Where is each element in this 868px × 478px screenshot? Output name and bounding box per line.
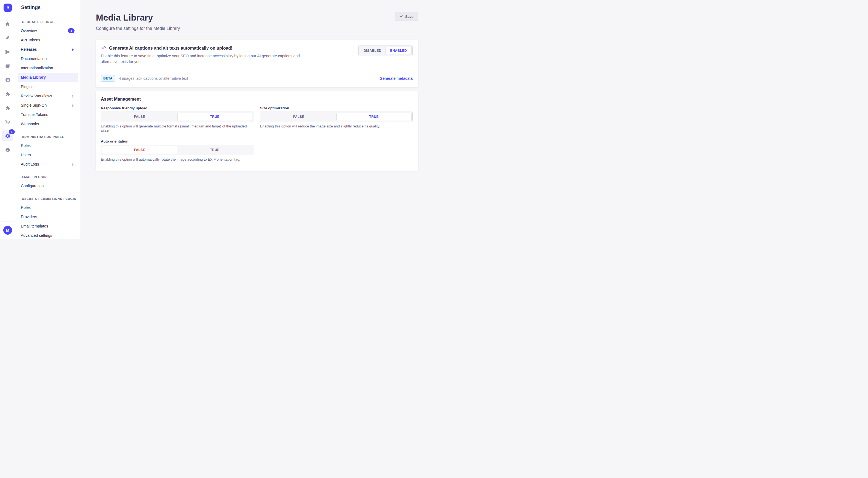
sidebar-item-providers[interactable]: Providers [18,212,78,221]
sidebar-item-up-roles[interactable]: Roles [18,203,78,212]
main-content: Media Library Configure the settings for… [80,0,434,239]
toggle-option-disabled[interactable]: DISABLED [360,47,385,55]
information-icon[interactable] [2,144,13,155]
settings-notification-badge: 1 [9,129,15,134]
sidebar-item-email-configuration[interactable]: Configuration [18,181,78,190]
page-subtitle: Configure the settings for the Media Lib… [96,25,180,32]
section-label-administration-panel: ADMINISTRATION PANEL [16,135,80,139]
field-label: Size optimization [260,106,413,111]
auto-orientation-toggle: FALSE TRUE [101,145,253,155]
sidebar-item-internationalization[interactable]: Internationalization [18,63,78,72]
lightning-icon [71,103,74,107]
releases-icon[interactable] [2,47,13,58]
ai-captions-card: Generate AI captions and alt texts autom… [96,40,418,87]
size-optimization-toggle: FALSE TRUE [260,112,413,122]
ai-banner-description: Enable this feature to save time, optimi… [101,53,304,65]
strapi-logo-icon [5,5,10,10]
page-title: Media Library [96,12,180,23]
toggle-option-true[interactable]: TRUE [177,113,253,121]
media-library-icon[interactable] [2,61,13,71]
home-icon[interactable] [2,19,13,30]
section-label-email-plugin: EMAIL PLUGIN [16,175,80,179]
section-label-users-permissions-plugin: USERS & PERMISSIONS PLUGIN [16,197,80,201]
missing-captions-status: 4 images lack captions or alternative te… [119,76,188,81]
sparkle-icon [101,46,106,51]
sidebar-item-email-templates[interactable]: Email templates [18,221,78,231]
sidebar-item-users[interactable]: Users [18,150,78,159]
rail-footer: M [0,221,15,239]
settings-gear-icon[interactable]: 1 [2,130,13,142]
ai-enabled-toggle: DISABLED ENABLED [359,46,413,56]
sidebar-item-audit-logs[interactable]: Audit Logs [18,159,78,169]
beta-badge: BETA [101,75,115,82]
asset-management-title: Asset Management [101,96,413,102]
lightning-icon [71,48,74,51]
sidebar-title: Settings [21,5,40,10]
field-hint: Enabling this option will reduce the ima… [260,124,413,129]
purchases-cart-icon[interactable] [2,117,13,127]
check-icon [400,15,403,18]
sidebar-item-documentation[interactable]: Documentation [18,54,78,63]
sidebar-item-api-tokens[interactable]: API Tokens [18,35,78,45]
toggle-option-true[interactable]: TRUE [337,113,412,121]
plugins-icon[interactable] [2,89,13,99]
sidebar-item-webhooks[interactable]: Webhooks [18,119,78,128]
generate-metadata-link[interactable]: Generate metadata [379,76,413,81]
sidebar-item-advanced-settings[interactable]: Advanced settings [18,231,78,239]
sidebar-item-transfer-tokens[interactable]: Transfer Tokens [18,110,78,119]
rail-header [0,0,15,16]
lightning-icon [71,94,74,98]
sidebar-item-single-sign-on[interactable]: Single Sign-On [18,100,78,110]
toggle-option-false[interactable]: FALSE [261,113,337,121]
strapi-logo[interactable] [4,4,12,12]
sidebar-item-releases[interactable]: Releases [18,45,78,54]
sidebar-item-review-workflows[interactable]: Review Workflows [18,91,78,100]
main-nav-rail: 1 M [0,0,16,239]
settings-sidebar-header: Settings [16,0,80,16]
sidebar-item-admin-roles[interactable]: Roles [18,141,78,150]
toggle-option-false[interactable]: FALSE [102,113,177,121]
toggle-option-enabled[interactable]: ENABLED [385,47,411,55]
sidebar-item-media-library[interactable]: Media Library [18,72,78,82]
field-hint: Enabling this option will automatically … [101,157,253,162]
marketplace-icon[interactable] [2,102,13,114]
content-type-builder-icon[interactable] [2,74,13,86]
responsive-upload-toggle: FALSE TRUE [101,112,253,122]
sidebar-item-plugins[interactable]: Plugins [18,82,78,91]
asset-management-card: Asset Management Responsive friendly upl… [96,91,418,171]
toggle-option-true[interactable]: TRUE [177,146,253,154]
field-label: Responsive friendly upload [101,106,253,111]
toggle-option-false[interactable]: FALSE [102,146,177,154]
field-label: Auto orientation [101,139,253,144]
field-auto-orientation: Auto orientation FALSE TRUE Enabling thi… [101,139,253,162]
overview-notification-badge: 1 [68,28,74,33]
content-manager-icon[interactable] [2,33,13,43]
save-button[interactable]: Save [395,12,418,21]
field-hint: Enabling this option will generate multi… [101,124,253,134]
user-avatar[interactable]: M [3,226,12,235]
field-size-optimization: Size optimization FALSE TRUE Enabling th… [260,106,413,134]
section-label-global-settings: GLOBAL SETTINGS [16,20,80,24]
ai-banner-title: Generate AI captions and alt texts autom… [109,46,232,51]
lightning-icon [71,162,74,166]
field-responsive-friendly-upload: Responsive friendly upload FALSE TRUE En… [101,106,253,134]
sidebar-item-overview[interactable]: Overview 1 [18,26,78,35]
settings-sidebar: Settings GLOBAL SETTINGS Overview 1 API … [16,0,80,239]
